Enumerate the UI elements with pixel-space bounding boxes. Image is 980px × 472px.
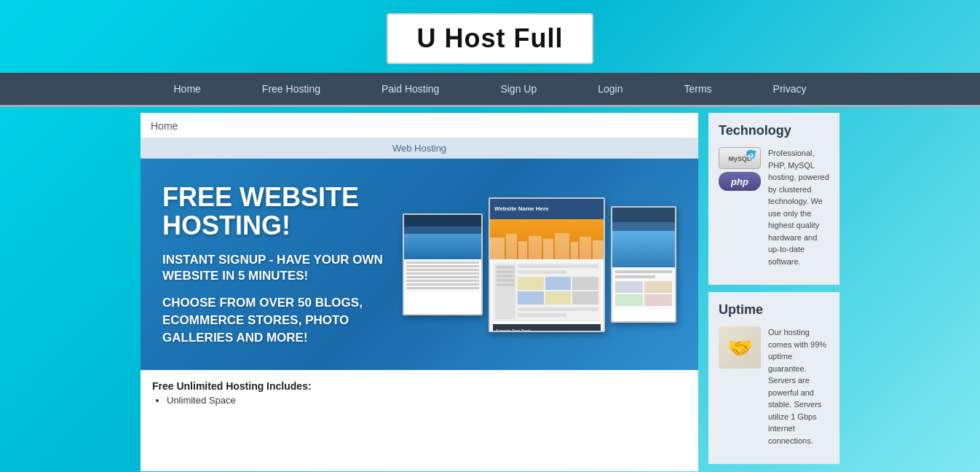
- nav-home[interactable]: Home: [143, 73, 231, 105]
- tech-description: Professional, PHP, MySQL hosting, powere…: [768, 147, 829, 267]
- svg-rect-3: [529, 236, 542, 259]
- mock-block-5: [545, 291, 572, 304]
- mock-s-line-3: [497, 275, 514, 278]
- free-hosting-title: Free Unlimited Hosting Includes:: [152, 380, 687, 392]
- mock-r-g-1: [615, 281, 643, 293]
- nav-privacy[interactable]: Privacy: [743, 73, 837, 105]
- mock-screen-large: Website Name Here: [489, 197, 605, 332]
- php-badge: php: [719, 172, 761, 191]
- mock-sidebar-left: [495, 264, 515, 319]
- nav-terms[interactable]: Terms: [653, 73, 742, 105]
- hero-subtitle: INSTANT SIGNUP - HAVE YOUR OWN WEBSITE I…: [162, 252, 403, 284]
- uptime-description: Our hosting comes with 99% uptime guaran…: [768, 326, 829, 447]
- mock-c-line-4: [518, 313, 566, 317]
- mock-block-6: [572, 291, 598, 304]
- mock-block-4: [518, 291, 544, 304]
- mysql-dolphin-icon: 🐬: [745, 149, 757, 161]
- free-hosting-bullet: Unlimited Space: [167, 395, 687, 406]
- mock-line-3: [406, 269, 479, 271]
- hero-images: Website Name Here: [403, 197, 676, 332]
- mock-line-8: [406, 287, 479, 289]
- tech-item: 🐬 MySQL php Professional, PHP, MySQL hos…: [719, 147, 829, 267]
- svg-rect-6: [571, 242, 578, 259]
- svg-rect-7: [580, 237, 591, 259]
- mock-s-line-1: [497, 266, 514, 269]
- nav-sign-up[interactable]: Sign Up: [470, 73, 567, 105]
- uptime-item: 🤝 Our hosting comes with 99% uptime guar…: [719, 326, 829, 447]
- hero-title: FREE WEBSITE HOSTING!: [162, 183, 403, 240]
- sidebar-uptime-title: Uptime: [719, 302, 829, 318]
- nav-free-hosting[interactable]: Free Hosting: [232, 73, 351, 105]
- sidebar-technology-card: Technology 🐬 MySQL php Professional, PHP…: [708, 113, 839, 285]
- mock-block-2: [545, 277, 572, 290]
- web-hosting-bar: Web Hosting: [141, 138, 698, 159]
- svg-rect-5: [555, 233, 569, 259]
- mock-block-3: [572, 277, 598, 290]
- mock-large-sidebar: [493, 262, 601, 321]
- hero-features: CHOOSE FROM OVER 50 BLOGS, ECOMMERCE STO…: [162, 294, 403, 346]
- mock-large-hero-img: [490, 219, 604, 259]
- mock-right-nav: [612, 222, 675, 231]
- mock-small-nav: [404, 227, 481, 234]
- mock-line-1: [406, 261, 479, 264]
- mock-footer-text: Sample Text Tools: [496, 329, 531, 332]
- nav-paid-hosting[interactable]: Paid Hosting: [351, 73, 470, 105]
- mock-s-line-4: [497, 279, 514, 282]
- mock-content-block: [518, 277, 598, 304]
- mock-right-hero: [612, 231, 675, 267]
- mock-c-line-1: [518, 264, 598, 268]
- mock-sidebar-right: [518, 264, 598, 319]
- logo-area: U Host Full: [0, 0, 980, 73]
- hero-banner: FREE WEBSITE HOSTING! INSTANT SIGNUP - H…: [141, 159, 698, 370]
- navbar: Home Free Hosting Paid Hosting Sign Up L…: [0, 73, 980, 105]
- mock-screen-small: [403, 213, 483, 315]
- mock-line-7: [406, 283, 479, 286]
- mock-right-content: [612, 267, 675, 309]
- mock-large-content: Sample Text Tools: [490, 259, 604, 332]
- mock-screen-right: [611, 206, 676, 323]
- mock-r-g-3: [615, 294, 643, 306]
- mock-small-hero: [404, 234, 481, 259]
- mysql-badge: 🐬 MySQL: [719, 147, 761, 169]
- svg-rect-1: [506, 234, 517, 259]
- sidebar-uptime-card: Uptime 🤝 Our hosting comes with 99% upti…: [708, 292, 839, 464]
- nav-login[interactable]: Login: [567, 73, 653, 105]
- mock-block-1: [518, 277, 544, 290]
- mock-line-2: [406, 265, 479, 267]
- sidebar: Technology 🐬 MySQL php Professional, PHP…: [708, 113, 839, 471]
- mock-r-line-1: [615, 270, 672, 273]
- mock-right-header: [612, 208, 675, 222]
- mock-r-g-2: [644, 281, 672, 293]
- logo[interactable]: U Host Full: [387, 13, 594, 64]
- mock-line-4: [406, 272, 479, 275]
- mock-r-grid: [615, 281, 672, 306]
- content-area: Home Web Hosting FREE WEBSITE HOSTING! I…: [141, 113, 698, 471]
- free-hosting-section: Free Unlimited Hosting Includes: Unlimit…: [141, 370, 698, 416]
- mock-r-g-4: [644, 294, 672, 306]
- mock-c-line-3: [518, 307, 598, 311]
- hero-text: FREE WEBSITE HOSTING! INSTANT SIGNUP - H…: [162, 183, 403, 347]
- tech-icon-stack: 🐬 MySQL php: [719, 147, 761, 191]
- mock-line-5: [406, 276, 479, 278]
- mock-c-line-2: [518, 270, 566, 274]
- breadcrumb: Home: [141, 113, 698, 138]
- uptime-icon: 🤝: [719, 326, 761, 369]
- svg-rect-4: [543, 239, 553, 259]
- mock-small-content: [404, 259, 481, 293]
- svg-rect-0: [490, 237, 505, 259]
- mock-line-6: [406, 280, 479, 282]
- svg-rect-8: [593, 240, 604, 259]
- main-wrapper: Home Web Hosting FREE WEBSITE HOSTING! I…: [141, 107, 839, 471]
- mock-footer: Sample Text Tools: [493, 324, 601, 332]
- mock-website-name: Website Name Here: [494, 205, 549, 212]
- mock-s-line-2: [497, 270, 514, 273]
- sidebar-technology-title: Technology: [719, 123, 829, 138]
- mock-small-header: [404, 215, 481, 227]
- mock-large-header: Website Name Here: [490, 199, 604, 219]
- svg-rect-2: [518, 241, 527, 259]
- mock-r-line-2: [615, 275, 655, 278]
- mock-s-line-5: [497, 283, 514, 286]
